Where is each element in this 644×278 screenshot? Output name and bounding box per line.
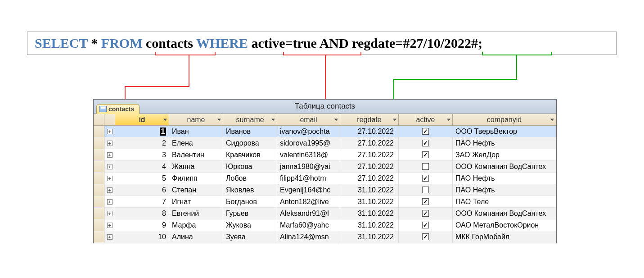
- cell-companyid[interactable]: МКК ГорМобайл: [453, 231, 556, 243]
- row-selector[interactable]: [94, 208, 104, 219]
- cell-id[interactable]: 6: [115, 184, 169, 196]
- cell-surname[interactable]: Иванов: [223, 126, 277, 137]
- cell-name[interactable]: Евгений: [169, 208, 223, 219]
- cell-email[interactable]: sidorova1995@: [277, 137, 340, 149]
- cell-regdate[interactable]: 31.10.2022: [340, 231, 399, 243]
- row-selector[interactable]: [94, 219, 104, 231]
- expand-toggle[interactable]: +: [104, 173, 115, 184]
- cell-regdate[interactable]: 27.10.2022: [340, 149, 399, 161]
- expand-toggle[interactable]: +: [104, 184, 115, 196]
- cell-name[interactable]: Иван: [169, 126, 223, 137]
- cell-id[interactable]: 3: [115, 149, 169, 161]
- col-header-email[interactable]: email: [277, 114, 340, 126]
- cell-regdate[interactable]: 31.10.2022: [340, 208, 399, 219]
- checkbox[interactable]: [422, 163, 429, 170]
- cell-active[interactable]: ✓: [399, 196, 453, 208]
- cell-email[interactable]: Alina124@msn: [277, 231, 340, 243]
- expand-toggle[interactable]: +: [104, 161, 115, 173]
- cell-companyid[interactable]: ПАО Нефть: [453, 184, 556, 196]
- expand-toggle[interactable]: +: [104, 137, 115, 149]
- cell-id[interactable]: 4: [115, 161, 169, 173]
- cell-active[interactable]: ✓: [399, 149, 453, 161]
- checkbox[interactable]: ✓: [422, 128, 429, 135]
- cell-companyid[interactable]: ОАО МеталВостокОрион: [453, 219, 556, 231]
- cell-active[interactable]: ✓: [399, 208, 453, 219]
- row-selector[interactable]: [94, 173, 104, 184]
- cell-name[interactable]: Алина: [169, 231, 223, 243]
- row-selector[interactable]: [94, 126, 104, 137]
- dropdown-icon[interactable]: [217, 118, 221, 121]
- dropdown-icon[interactable]: [271, 118, 275, 121]
- cell-regdate[interactable]: 27.10.2022: [340, 161, 399, 173]
- cell-surname[interactable]: Зуева: [223, 231, 277, 243]
- expand-toggle[interactable]: +: [104, 208, 115, 219]
- expand-toggle[interactable]: +: [104, 196, 115, 208]
- cell-email[interactable]: Evgenij164@hc: [277, 184, 340, 196]
- expand-toggle[interactable]: +: [104, 219, 115, 231]
- cell-id[interactable]: 7: [115, 196, 169, 208]
- cell-active[interactable]: ✓: [399, 173, 453, 184]
- cell-email[interactable]: valentin6318@: [277, 149, 340, 161]
- cell-surname[interactable]: Юркова: [223, 161, 277, 173]
- cell-surname[interactable]: Лобов: [223, 173, 277, 184]
- cell-regdate[interactable]: 27.10.2022: [340, 137, 399, 149]
- row-selector[interactable]: [94, 137, 104, 149]
- dropdown-icon[interactable]: [447, 118, 450, 121]
- cell-id[interactable]: 8: [115, 208, 169, 219]
- cell-name[interactable]: Филипп: [169, 173, 223, 184]
- expand-toggle[interactable]: +: [104, 126, 115, 137]
- row-selector[interactable]: [94, 149, 104, 161]
- cell-regdate[interactable]: 27.10.2022: [340, 126, 399, 137]
- cell-companyid[interactable]: ПАО Нефть: [453, 173, 556, 184]
- cell-active[interactable]: ✓: [399, 137, 453, 149]
- cell-name[interactable]: Елена: [169, 137, 223, 149]
- cell-regdate[interactable]: 31.10.2022: [340, 196, 399, 208]
- cell-regdate[interactable]: 31.10.2022: [340, 219, 399, 231]
- checkbox[interactable]: [422, 187, 429, 193]
- cell-regdate[interactable]: 27.10.2022: [340, 173, 399, 184]
- checkbox[interactable]: ✓: [422, 233, 429, 240]
- cell-name[interactable]: Жанна: [169, 161, 223, 173]
- cell-email[interactable]: filipp41@hotm: [277, 173, 340, 184]
- checkbox[interactable]: ✓: [422, 140, 429, 146]
- col-header-surname[interactable]: surname: [223, 114, 277, 126]
- row-selector[interactable]: [94, 184, 104, 196]
- cell-companyid[interactable]: ООО ТверьВектор: [453, 126, 556, 137]
- expand-toggle[interactable]: +: [104, 149, 115, 161]
- cell-email[interactable]: Aleksandr91@l: [277, 208, 340, 219]
- cell-id[interactable]: 10: [115, 231, 169, 243]
- cell-surname[interactable]: Сидорова: [223, 137, 277, 149]
- table-tab-contacts[interactable]: contacts: [96, 104, 140, 114]
- checkbox[interactable]: ✓: [422, 222, 429, 228]
- data-grid[interactable]: idnamesurnameemailregdateactivecompanyid…: [94, 114, 556, 243]
- dropdown-icon[interactable]: [334, 118, 338, 121]
- cell-name[interactable]: Игнат: [169, 196, 223, 208]
- col-header-active[interactable]: active: [399, 114, 453, 126]
- cell-active[interactable]: ✓: [399, 126, 453, 137]
- checkbox[interactable]: ✓: [422, 210, 429, 217]
- col-header-companyid[interactable]: companyid: [453, 114, 556, 126]
- cell-active[interactable]: [399, 161, 453, 173]
- cell-regdate[interactable]: 31.10.2022: [340, 184, 399, 196]
- cell-id[interactable]: 5: [115, 173, 169, 184]
- cell-active[interactable]: ✓: [399, 231, 453, 243]
- dropdown-icon[interactable]: [550, 118, 554, 121]
- checkbox[interactable]: ✓: [422, 175, 429, 182]
- cell-id[interactable]: 1: [115, 126, 169, 137]
- cell-email[interactable]: Marfa60@yahc: [277, 219, 340, 231]
- cell-name[interactable]: Валентин: [169, 149, 223, 161]
- cell-id[interactable]: 2: [115, 137, 169, 149]
- cell-id[interactable]: 9: [115, 219, 169, 231]
- cell-surname[interactable]: Кравчиков: [223, 149, 277, 161]
- cell-companyid[interactable]: ПАО Теле: [453, 196, 556, 208]
- cell-companyid[interactable]: ЗАО ЖелДор: [453, 149, 556, 161]
- cell-name[interactable]: Марфа: [169, 219, 223, 231]
- expand-toggle[interactable]: +: [104, 231, 115, 243]
- cell-surname[interactable]: Яковлев: [223, 184, 277, 196]
- checkbox[interactable]: ✓: [422, 151, 429, 158]
- row-selector[interactable]: [94, 196, 104, 208]
- cell-email[interactable]: ivanov@pochta: [277, 126, 340, 137]
- cell-surname[interactable]: Жукова: [223, 219, 277, 231]
- dropdown-icon[interactable]: [393, 118, 396, 121]
- cell-companyid[interactable]: ПАО Нефть: [453, 137, 556, 149]
